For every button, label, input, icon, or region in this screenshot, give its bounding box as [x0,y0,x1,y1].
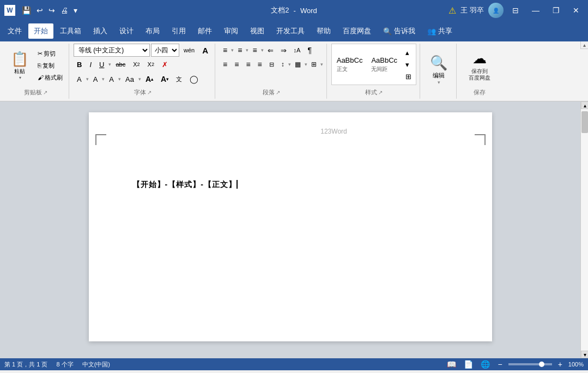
v-scroll-thumb[interactable] [581,111,588,133]
menu-share[interactable]: 👥 共享 [422,23,458,39]
v-scroll-up-btn[interactable]: ▴ [581,101,588,109]
align-left-btn[interactable]: ≡ [220,58,231,71]
format-painter-button[interactable]: 🖌 格式刷 [35,72,65,83]
line-spacing-btn[interactable]: ↕ [278,58,288,71]
styles-up-btn[interactable]: ▴ [402,46,415,58]
shading-dropdown[interactable]: ▾ [305,62,307,67]
print-btn[interactable]: 🖨 [58,5,70,16]
bullets-dropdown[interactable]: ▾ [231,47,234,53]
paste-dropdown[interactable]: ▾ [19,75,21,80]
numbering-dropdown[interactable]: ▾ [246,47,248,53]
sort-btn[interactable]: ↕A [290,44,304,57]
center-btn[interactable]: ≡ [231,58,242,71]
bullets-btn[interactable]: ≡ [220,44,231,57]
document-area[interactable]: 123Word 【开始】-【样式】-【正文】 [0,101,580,358]
menu-baidu[interactable]: 百度网盘 [337,23,377,39]
phonetic-btn[interactable]: 文 [173,73,185,86]
change-case-btn[interactable]: Aa [122,73,137,86]
circle-char-btn[interactable]: ◯ [186,73,202,86]
font-size-select[interactable]: 小四 [151,44,179,57]
bold-button[interactable]: B [74,58,85,71]
para-expand-icon[interactable]: ↗ [276,89,280,95]
align-right-btn[interactable]: ≡ [243,58,253,71]
clipboard-expand-icon[interactable]: ↗ [43,89,47,95]
paste-button[interactable]: 📋 粘贴 ▾ [5,48,34,83]
menu-view[interactable]: 视图 [245,23,270,39]
editing-dropdown[interactable]: ▾ [438,80,440,85]
show-marks-btn[interactable]: ¶ [304,44,315,57]
ribbon-collapse-btn[interactable]: ▴ [580,41,588,49]
shading-btn[interactable]: ▦ [292,58,304,71]
multilevel-btn[interactable]: ≡ [249,44,260,57]
char-shading-btn[interactable]: A [106,73,117,86]
customize-qa-btn[interactable]: ▾ [71,5,80,16]
border-dropdown[interactable]: ▾ [320,62,323,67]
font-clear-format-btn[interactable]: A [199,44,211,57]
case-dropdown[interactable]: ▾ [138,76,141,82]
menu-home[interactable]: 开始 [28,23,53,39]
v-scroll-track[interactable] [581,109,588,351]
menu-tellme[interactable]: 🔍 告诉我 [378,23,421,39]
page-content[interactable]: 【开始】-【样式】-【正文】 [132,178,448,191]
style-no-spacing[interactable]: AaBbCc 无间距 [367,55,401,75]
underline-button[interactable]: U [96,58,107,71]
zoom-out-btn[interactable]: − [496,359,504,369]
justify-btn[interactable]: ≡ [254,58,265,71]
increase-font-btn[interactable]: A▴ [142,73,156,86]
undo-btn[interactable]: ↩ [34,5,45,16]
char-dropdown[interactable]: ▾ [118,76,121,82]
menu-design[interactable]: 设计 [114,23,139,39]
style-normal[interactable]: AaBbCc 正文 [333,55,367,75]
italic-button[interactable]: I [86,58,95,71]
font-wen-btn[interactable]: wén [180,44,198,57]
decrease-font-btn[interactable]: A▾ [157,73,172,86]
menu-review[interactable]: 审阅 [219,23,244,39]
styles-expand-btn[interactable]: ⊞ [402,70,415,82]
web-view-btn[interactable]: 🌐 [479,359,492,369]
redo-btn[interactable]: ↪ [46,5,57,16]
menu-layout[interactable]: 布局 [140,23,165,39]
multilevel-dropdown[interactable]: ▾ [261,47,264,53]
columns-btn[interactable]: ⊟ [266,58,277,71]
menu-help[interactable]: 帮助 [311,23,336,39]
clear-format-button[interactable]: ✗ [159,58,171,71]
editing-button[interactable]: 🔍 编辑 ▾ [425,48,453,92]
underline-dropdown[interactable]: ▾ [108,62,111,67]
menu-mail[interactable]: 邮件 [192,23,217,39]
print-view-btn[interactable]: 📄 [462,359,475,369]
v-scroll-down-btn[interactable]: ▾ [581,351,588,358]
zoom-slider[interactable] [508,363,552,365]
styles-down-btn[interactable]: ▾ [402,58,415,70]
font-color-dropdown[interactable]: ▾ [102,76,105,82]
menu-toolbox[interactable]: 工具箱 [54,23,87,39]
text-highlight-btn[interactable]: A [74,73,85,86]
user-avatar[interactable]: 👤 [488,3,504,18]
highlight-dropdown[interactable]: ▾ [86,76,89,82]
restore-btn[interactable]: ❐ [548,4,564,17]
cut-button[interactable]: ✂ 剪切 [35,48,65,59]
copy-button[interactable]: ⎘ 复制 [35,60,65,71]
ribbon-toggle-btn[interactable]: ⊟ [508,4,523,17]
menu-devtools[interactable]: 开发工具 [271,23,310,39]
minimize-btn[interactable]: — [528,4,544,17]
font-color-btn[interactable]: A [90,73,101,86]
styles-expand-icon[interactable]: ↗ [378,89,383,95]
line-spacing-dropdown[interactable]: ▾ [288,62,291,67]
font-family-select[interactable]: 等线 (中文正文) [74,44,150,57]
superscript-button[interactable]: X2 [144,58,157,71]
close-btn[interactable]: ✕ [568,4,584,17]
zoom-in-btn[interactable]: + [556,359,564,369]
save-baidu-button[interactable]: ☁ 保存到百度网盘 [464,44,495,87]
decrease-indent-btn[interactable]: ⇐ [264,44,277,57]
menu-insert[interactable]: 插入 [88,23,113,39]
subscript-button[interactable]: X2 [130,58,143,71]
strikethrough-button[interactable]: abc [112,58,129,71]
read-view-btn[interactable]: 📖 [445,359,458,369]
menu-file[interactable]: 文件 [2,23,27,39]
border-btn[interactable]: ⊞ [308,58,320,71]
increase-indent-btn[interactable]: ⇒ [277,44,290,57]
font-expand-icon[interactable]: ↗ [147,89,151,95]
menu-references[interactable]: 引用 [166,23,191,39]
save-quick-btn[interactable]: 💾 [20,5,33,16]
numbering-btn[interactable]: ≡ [234,44,245,57]
